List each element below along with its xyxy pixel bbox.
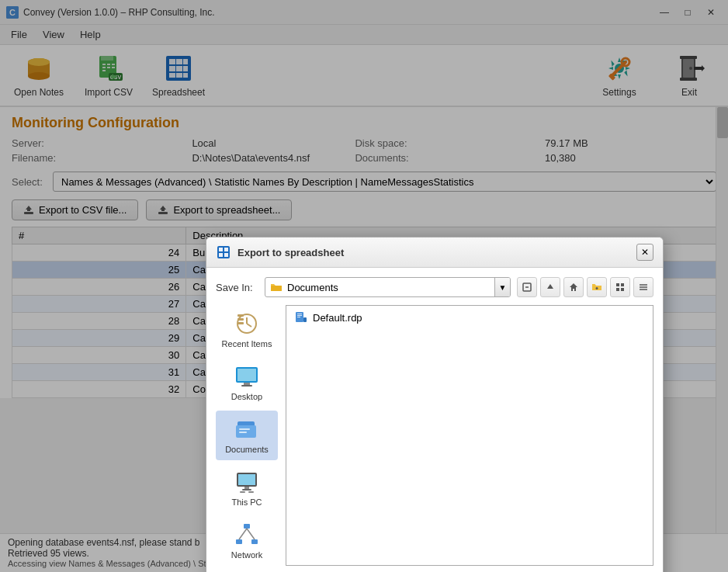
recent-icon <box>234 311 259 336</box>
svg-rect-56 <box>621 283 624 286</box>
save-in-row: Save In: Documents ▼ <box>216 277 653 297</box>
dialog-toolbar <box>517 277 653 297</box>
svg-rect-83 <box>236 539 242 544</box>
svg-rect-80 <box>240 491 245 493</box>
svg-rect-44 <box>219 248 223 251</box>
dialog-overlay: Export to spreadsheet ✕ Save In: Documen… <box>0 0 728 572</box>
new-folder-button[interactable] <box>587 277 607 297</box>
go-up-button[interactable] <box>540 277 560 297</box>
svg-rect-69 <box>237 369 256 381</box>
svg-rect-78 <box>244 487 249 489</box>
sidebar-recent-label: Recent Items <box>222 339 272 348</box>
sidebar-item-desktop[interactable]: Desktop <box>216 358 278 407</box>
svg-rect-55 <box>616 283 619 286</box>
svg-rect-48 <box>271 286 282 291</box>
sidebar-network-label: Network <box>231 550 262 560</box>
export-dialog: Export to spreadsheet ✕ Save In: Documen… <box>206 237 664 572</box>
network-icon <box>234 522 259 547</box>
file-name-default-rdp: Default.rdp <box>313 312 362 324</box>
svg-line-86 <box>247 529 255 539</box>
save-in-label: Save In: <box>216 282 258 293</box>
save-in-value: Documents <box>287 282 338 293</box>
svg-rect-88 <box>297 314 302 314</box>
svg-rect-74 <box>239 428 250 430</box>
desktop-icon <box>234 364 259 389</box>
svg-rect-71 <box>241 385 252 387</box>
svg-rect-66 <box>237 318 244 321</box>
navigate-back-button[interactable] <box>517 277 537 297</box>
save-in-inner: Documents <box>265 281 494 293</box>
svg-rect-70 <box>244 383 250 385</box>
svg-rect-79 <box>242 489 251 491</box>
svg-rect-65 <box>237 314 244 317</box>
save-in-arrow[interactable]: ▼ <box>494 278 510 296</box>
save-in-combo[interactable]: Documents ▼ <box>265 277 511 297</box>
svg-line-64 <box>247 324 251 327</box>
dialog-sidebar: Recent Items Desktop <box>216 305 278 566</box>
svg-rect-75 <box>239 432 247 433</box>
svg-rect-84 <box>251 539 258 544</box>
dialog-title-bar: Export to spreadsheet ✕ <box>206 237 663 268</box>
computer-icon <box>234 470 259 494</box>
svg-rect-67 <box>237 322 244 324</box>
sidebar-item-network[interactable]: Network <box>216 516 278 566</box>
file-browser: Default.rdp <box>286 305 653 566</box>
svg-marker-51 <box>547 284 553 289</box>
svg-rect-47 <box>224 253 228 257</box>
view-list-button[interactable] <box>633 277 653 297</box>
svg-line-85 <box>239 529 247 539</box>
documents-icon <box>234 417 259 442</box>
svg-marker-52 <box>570 283 577 291</box>
svg-rect-57 <box>616 288 619 291</box>
svg-rect-58 <box>621 288 624 291</box>
sidebar-desktop-label: Desktop <box>231 392 262 401</box>
sidebar-thispc-label: This PC <box>231 497 262 507</box>
sidebar-item-recent[interactable]: Recent Items <box>216 305 278 355</box>
sidebar-documents-label: Documents <box>225 445 269 454</box>
svg-rect-82 <box>244 524 250 529</box>
svg-rect-89 <box>297 315 302 316</box>
dialog-main: Recent Items Desktop <box>216 305 653 566</box>
svg-rect-77 <box>238 474 255 485</box>
sidebar-item-documents[interactable]: Documents <box>216 411 278 460</box>
svg-rect-90 <box>297 317 300 317</box>
svg-rect-81 <box>248 491 254 493</box>
sidebar-item-thispc[interactable]: This PC <box>216 463 278 513</box>
svg-rect-45 <box>224 248 228 251</box>
dialog-close-button[interactable]: ✕ <box>636 244 653 261</box>
view-icons-button[interactable] <box>610 277 630 297</box>
svg-rect-46 <box>219 253 223 257</box>
file-item-default-rdp[interactable]: Default.rdp <box>289 309 650 326</box>
dialog-title-text: Export to spreadsheet <box>237 247 630 258</box>
dialog-body: Save In: Documents ▼ <box>206 268 663 572</box>
rdp-file-icon <box>294 311 307 324</box>
svg-rect-91 <box>303 317 307 322</box>
folder-icon <box>270 281 283 293</box>
dialog-title-icon <box>216 244 231 260</box>
home-button[interactable] <box>563 277 584 297</box>
